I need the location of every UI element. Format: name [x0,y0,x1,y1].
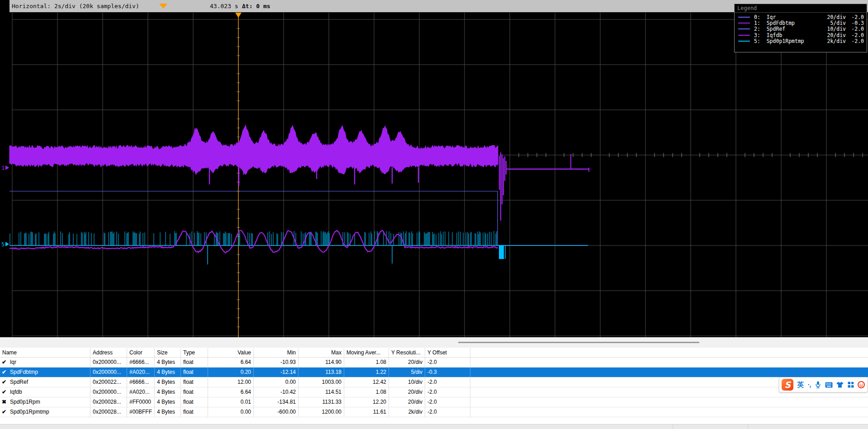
cell-max: 114.51 [299,387,344,397]
legend-item[interactable]: 2: SpdRef10/div-2.0 [737,26,864,32]
column-header-yres[interactable]: Y Resoluti... [389,348,425,357]
legend-item[interactable]: 1: SpdFdbtmp5/div-0.3 [737,20,864,26]
variable-name: SpdRef [10,377,28,387]
column-header-name[interactable]: Name [0,348,90,357]
status-bar-divider [748,424,748,429]
cell-yres: 10/div [389,377,425,387]
cell-type: float [181,397,208,407]
watch-table-body: ✔Iqr0x200000...#6666...4 Bytesfloat6.64-… [0,358,868,417]
ime-language-mode-button[interactable]: 英 [797,381,804,389]
grid-lines [12,13,868,337]
cell-type: float [181,377,208,387]
delta-t-value: Δt: 0 ms [242,3,270,9]
legend-item-scale: 20/div [820,32,846,38]
column-header-value[interactable]: Value [208,348,254,357]
keyboard-icon[interactable] [825,382,833,388]
legend-item-scale: 5/div [820,20,846,26]
cell-address: 0x200028... [90,407,127,417]
svg-text:1: 1 [1,165,5,171]
trace-spdref [9,191,588,245]
cell-address: 0x200022... [90,377,127,387]
legend-item[interactable]: 3: Iqfdb20/div-2.0 [737,32,864,38]
cell-yoff: -2.0 [425,377,470,387]
column-header-max[interactable]: Max [299,348,344,357]
cell-value: 12.00 [208,377,254,387]
variable-name: Spd0p1Rpm [10,397,40,407]
plot-horizontal-scrollbar[interactable] [0,337,868,348]
cell-min: -600.00 [254,407,299,417]
legend-item-offset: -0.3 [846,20,864,26]
checked-icon[interactable]: ✔ [2,368,8,377]
cursor-time-value: 43.023 s [210,3,238,9]
legend-title: Legend [735,4,867,13]
cell-address: 0x200000... [90,358,127,367]
trace-iqfdb-band [9,125,589,221]
legend-item-scale: 2k/div [820,38,846,44]
unchecked-icon[interactable]: ✖ [2,397,8,407]
cell-color: #A020... [127,387,155,397]
table-row-SpdRef[interactable]: ✔SpdRef0x200022...#6666...4 Bytesfloat12… [0,377,868,387]
column-header-type[interactable]: Type [181,348,208,357]
cell-size: 4 Bytes [155,358,181,367]
plot-svg: 15 [0,12,868,337]
table-row-SpdFdbtmp[interactable]: ✔SpdFdbtmp0x200000...#A020...4 Bytesfloa… [0,368,868,377]
cell-max: 1200.00 [299,407,344,417]
legend-item[interactable]: 5: Spd0p1Rpmtmp2k/div-2.0 [737,38,864,44]
cell-min: -12.14 [254,368,299,377]
watch-table-header: NameAddressColorSizeTypeValueMinMaxMovin… [0,348,868,358]
legend-body: 0: Iqr20/div-2.01: SpdFdbtmp5/div-0.32: … [735,13,867,44]
skin-shirt-icon[interactable] [836,382,844,388]
trigger-marker-icon[interactable] [159,4,167,9]
cell-mavg: 1.08 [344,358,389,367]
cell-type: float [181,368,208,377]
legend-color-swatch [738,28,750,29]
cell-yres: 5/div [389,368,425,377]
ime-toolbar[interactable]: S 英 ·, [779,377,868,392]
scope-plot-area[interactable]: 15 [0,12,868,337]
column-header-size[interactable]: Size [155,348,181,357]
legend-panel[interactable]: Legend 0: Iqr20/div-2.01: SpdFdbtmp5/div… [734,4,867,52]
emoji-icon[interactable] [858,381,865,388]
sogou-logo-icon[interactable]: S [782,379,793,391]
checked-icon[interactable]: ✔ [2,407,8,417]
column-header-min[interactable]: Min [254,348,299,357]
cell-type: float [181,358,208,367]
cell-mavg: 1.08 [344,387,389,397]
topbar-corner [0,0,9,12]
table-row-Spd0p1Rpm[interactable]: ✖Spd0p1Rpm0x200028...#FF00004 Bytesfloat… [0,397,868,407]
channel-markers: 15 [1,165,9,248]
scrollbar-handle[interactable] [458,342,699,343]
cell-yoff: -2.0 [425,358,470,367]
legend-color-swatch [738,41,750,42]
checked-icon[interactable]: ✔ [2,377,8,387]
ime-punctuation-button[interactable]: ·, [808,381,811,388]
column-header-mavg[interactable]: Moving Aver... [344,348,389,357]
cell-size: 4 Bytes [155,368,181,377]
table-row-Spd0p1Rpmtmp[interactable]: ✔Spd0p1Rpmtmp0x200028...#00BFFF4 Bytesfl… [0,407,868,417]
cell-size: 4 Bytes [155,407,181,417]
cell-size: 4 Bytes [155,377,181,387]
variable-name: SpdFdbtmp [10,368,38,377]
cell-max: 114.90 [299,358,344,367]
toolbox-grid-icon[interactable] [848,382,854,388]
cell-mavg: 1.22 [344,368,389,377]
column-header-address[interactable]: Address [90,348,127,357]
cell-type: float [181,407,208,417]
table-row-Iqfdb[interactable]: ✔Iqfdb0x200000...#A020...4 Bytesfloat6.6… [0,387,868,397]
microphone-icon[interactable] [815,381,821,388]
checked-icon[interactable]: ✔ [2,358,8,367]
variable-name: Iqfdb [10,387,22,397]
cell-size: 4 Bytes [155,397,181,407]
cell-min: -10.42 [254,387,299,397]
cell-color: #00BFFF [127,407,155,417]
column-header-color[interactable]: Color [127,348,155,357]
status-bar [0,424,868,429]
cell-min: -134.81 [254,397,299,407]
legend-item[interactable]: 0: Iqr20/div-2.0 [737,14,864,20]
table-row-Iqr[interactable]: ✔Iqr0x200000...#6666...4 Bytesfloat6.64-… [0,358,868,368]
legend-item-offset: -2.0 [846,26,864,32]
column-header-yoff[interactable]: Y Offset [425,348,470,357]
cell-yres: 20/div [389,387,425,397]
cell-size: 4 Bytes [155,387,181,397]
checked-icon[interactable]: ✔ [2,387,8,397]
